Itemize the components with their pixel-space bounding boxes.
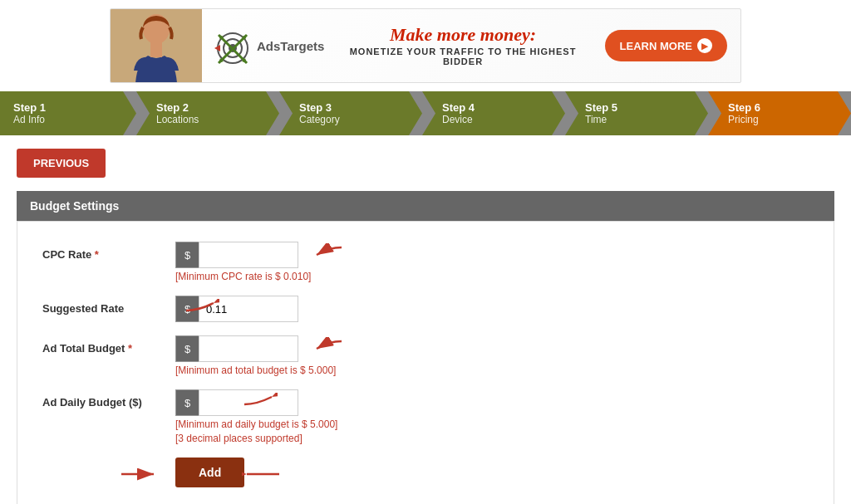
main-content: PREVIOUS Budget Settings CPC Rate * $ [M… <box>0 135 851 504</box>
step-5-time[interactable]: Step 5 Time <box>565 91 708 135</box>
svg-rect-1 <box>150 42 162 57</box>
step-3-label: Category <box>299 114 409 125</box>
cpc-rate-arrow <box>300 243 346 269</box>
logo-text: AdsTargets <box>257 39 324 53</box>
step-4-label: Device <box>442 114 552 125</box>
cpc-rate-label: CPC Rate * <box>42 242 175 261</box>
ad-total-budget-required: * <box>128 342 132 355</box>
budget-settings-form: CPC Rate * $ [Minimum CPC rate is $ 0.01… <box>17 221 834 504</box>
step-4-number: Step 4 <box>442 101 552 114</box>
step-5-label: Time <box>585 114 695 125</box>
banner-tagline: Make more money: Monetize your traffic t… <box>334 25 591 66</box>
cpc-rate-row: CPC Rate * $ [Minimum CPC rate is $ 0.01… <box>42 242 809 282</box>
ad-daily-budget-hint1: [Minimum ad daily budget is $ 5.000] <box>175 418 337 430</box>
banner-logo: AdsTargets <box>202 25 334 66</box>
ad-total-budget-label: Ad Total Budget * <box>42 335 175 355</box>
step-1-ad-info[interactable]: Step 1 Ad Info <box>0 91 136 135</box>
step-5-number: Step 5 <box>585 101 695 114</box>
add-button-row: Add <box>42 458 809 487</box>
step-2-locations[interactable]: Step 2 Locations <box>136 91 279 135</box>
steps-navigation: Step 1 Ad Info Step 2 Locations Step 3 C… <box>0 91 851 135</box>
ad-total-budget-hint: [Minimum ad total budget is $ 5.000] <box>175 365 336 376</box>
ad-total-budget-arrow <box>300 337 346 363</box>
learn-more-button[interactable]: LEARN MORE ▶ <box>605 30 727 61</box>
ad-total-budget-input[interactable] <box>199 335 298 362</box>
add-button-left-arrow <box>117 462 159 488</box>
ad-daily-budget-arrow <box>240 393 278 418</box>
step-2-number: Step 2 <box>156 101 266 114</box>
cpc-rate-prefix: $ <box>175 242 199 268</box>
previous-button[interactable]: PREVIOUS <box>17 149 106 178</box>
cpc-rate-input-wrapper: $ <box>175 242 311 268</box>
suggested-rate-label: Suggested Rate <box>42 296 175 315</box>
step-6-pricing[interactable]: Step 6 Pricing <box>708 91 851 135</box>
ad-daily-budget-prefix: $ <box>175 389 199 416</box>
step-2-label: Locations <box>156 114 266 125</box>
suggested-rate-row: Suggested Rate $ <box>42 296 809 322</box>
step-1-number: Step 1 <box>13 101 123 114</box>
cpc-rate-required: * <box>95 248 99 261</box>
step-1-label: Ad Info <box>13 114 123 125</box>
ad-daily-budget-hint2: [3 decimal places supported] <box>175 433 337 444</box>
ad-total-budget-row: Ad Total Budget * $ [Minimum ad total bu… <box>42 335 809 376</box>
step-4-device[interactable]: Step 4 Device <box>422 91 565 135</box>
step-6-label: Pricing <box>728 114 838 125</box>
ad-daily-budget-row: Ad Daily Budget ($) $ [Min <box>42 389 809 444</box>
add-button[interactable]: Add <box>175 458 244 487</box>
step-3-number: Step 3 <box>299 101 409 114</box>
cpc-rate-hint: [Minimum CPC rate is $ 0.010] <box>175 271 311 282</box>
ad-banner: AdsTargets Make more money: Monetize you… <box>110 8 741 83</box>
banner-cta[interactable]: LEARN MORE ▶ <box>592 30 740 61</box>
cpc-rate-input[interactable] <box>199 242 298 268</box>
step-3-category[interactable]: Step 3 Category <box>279 91 422 135</box>
banner-headline: Make more money: <box>341 25 584 45</box>
ad-total-budget-prefix: $ <box>175 335 199 362</box>
ad-daily-budget-label: Ad Daily Budget ($) <box>42 389 175 409</box>
banner-person-image <box>111 8 202 83</box>
add-button-right-arrow <box>242 462 283 488</box>
step-6-number: Step 6 <box>728 101 838 114</box>
arrow-circle-icon: ▶ <box>697 38 712 53</box>
section-header: Budget Settings <box>17 191 834 221</box>
cpc-rate-input-group: $ [Minimum CPC rate is $ 0.010] <box>175 242 311 282</box>
banner-subline: Monetize your traffic to the highest bid… <box>341 46 584 66</box>
suggested-rate-arrow <box>182 299 219 325</box>
banner-section: AdsTargets Make more money: Monetize you… <box>0 0 851 91</box>
